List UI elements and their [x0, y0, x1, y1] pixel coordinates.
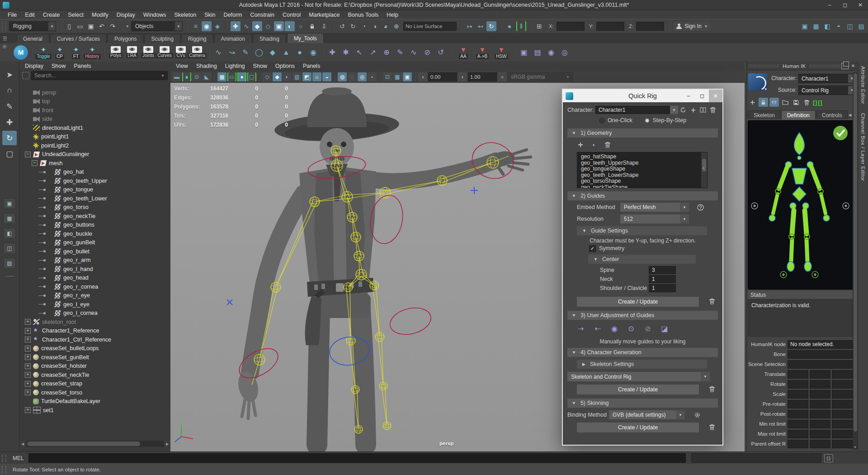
sidebar-vertical-tab[interactable]: Channel Box / Layer Editor [860, 109, 866, 185]
delete-guides-icon[interactable] [707, 296, 717, 306]
outliner-item[interactable]: persp [19, 88, 170, 97]
toolbar-grip[interactable] [2, 21, 6, 31]
checker-display-icon[interactable]: ◩ [302, 72, 311, 81]
layout-split-left-icon[interactable]: ◧ [822, 21, 832, 31]
viewport-menu-item[interactable]: Options [275, 63, 299, 69]
outliner-item[interactable]: geo_hat [19, 168, 170, 177]
viewport-menu-item[interactable]: Lighting [225, 63, 250, 69]
menu-item[interactable]: Select [64, 12, 88, 18]
maya-shelf-logo-icon[interactable]: M [14, 45, 28, 60]
select-rig-bracket-icon[interactable]: [ ] [818, 99, 821, 106]
menu-item[interactable]: Constrain [246, 12, 279, 18]
render-current-frame-icon[interactable]: ● [505, 21, 514, 31]
viewport-menu-item[interactable]: Shading [196, 63, 222, 69]
layout-hypershade-icon[interactable]: ▤ [3, 258, 16, 269]
outliner-item[interactable]: geo_tongue [19, 185, 170, 195]
film-gate-icon[interactable]: ▭ [227, 72, 236, 81]
save-definition-icon[interactable] [791, 98, 801, 107]
subsection-guide-settings[interactable]: ▼ Guide Settings [577, 226, 707, 235]
multisample-aa-icon[interactable]: ◎ [358, 72, 367, 81]
snap-center-icon[interactable]: ○ [296, 21, 306, 31]
scale-tool-icon[interactable]: ▢ [2, 147, 17, 161]
menu-item[interactable]: Modify [88, 12, 113, 18]
outliner-menu-item[interactable]: Display [25, 63, 48, 69]
wireframe-display-icon[interactable]: ◇ [263, 72, 272, 81]
viewport-menu-item[interactable]: View [176, 63, 193, 69]
shadows-toggle-icon[interactable]: ◒ [322, 72, 331, 81]
shelf-visibility-tool[interactable]: CVs [173, 46, 189, 58]
hide-guides-icon[interactable]: ⊘ [642, 323, 653, 334]
geometry-list-item[interactable]: geo_teeth_UpperShape [581, 160, 707, 166]
create-character-icon[interactable] [748, 98, 757, 107]
help-line-grip[interactable] [2, 466, 6, 473]
geometry-list-item[interactable]: geo_teeth_LowerShape [581, 172, 707, 179]
lasso-select-tool-icon[interactable]: ∩ [2, 83, 17, 98]
z-input[interactable] [636, 22, 664, 31]
expand-toggle[interactable] [25, 363, 31, 369]
highlight-selection-icon[interactable]: ⇩ [319, 21, 329, 31]
geometry-list-item[interactable]: geo_tongueShape [581, 166, 707, 172]
shelf-script-button[interactable]: ▼ A->B [473, 46, 492, 59]
outliner-item[interactable]: skeleton_root [19, 318, 170, 327]
shelf-labeled-tool[interactable]: ✦ FT [68, 46, 84, 59]
outliner-item[interactable]: creaseSet_neckTie [19, 370, 170, 380]
script-editor-icon[interactable]: {;} [824, 454, 833, 462]
geometry-list[interactable]: geo_hatShapegeo_teeth_UpperShapegeo_tong… [577, 152, 708, 188]
outliner-item[interactable]: top [19, 97, 170, 106]
resolution-gate-icon[interactable]: ● [237, 72, 246, 81]
layout-split-top-icon[interactable]: ◓ [834, 21, 844, 31]
outliner-item[interactable]: geo_l_hand [19, 265, 170, 274]
live-surface-field[interactable]: No Live Surface [403, 22, 457, 31]
shelf-menu-icon[interactable]: ☰ [3, 36, 7, 42]
outliner-item[interactable]: creaseSet_torso [19, 388, 170, 397]
add-geometry-icon[interactable] [576, 140, 585, 150]
select-component-icon[interactable]: ◈ [212, 21, 222, 31]
shelf-tab[interactable]: Animation [214, 34, 252, 43]
humanik-tab[interactable]: Definition [781, 110, 816, 119]
outliner-item[interactable]: geo_gunBelt [19, 238, 170, 247]
close-button[interactable]: ✕ [709, 90, 722, 102]
property-xyz-fields[interactable] [788, 380, 853, 389]
command-input[interactable] [28, 453, 686, 463]
select-tool-icon[interactable]: ➤ [2, 67, 17, 82]
character-field[interactable]: Character1 [595, 106, 670, 114]
outliner-item[interactable]: creaseSet_bulletLoops [19, 344, 170, 353]
lock-selection-icon[interactable] [307, 21, 317, 31]
outliner-item[interactable]: geo_head [19, 274, 170, 283]
subsection-center[interactable]: ▼ Center [588, 255, 696, 264]
outliner-menu-item[interactable]: Show [52, 63, 70, 69]
camera-select-icon[interactable]: ▬ [172, 72, 181, 81]
curve-points-icon[interactable]: ∿ [212, 47, 224, 58]
motion-blur-icon[interactable]: ◌ [348, 72, 357, 81]
history-clock-icon[interactable]: ↻ [486, 21, 496, 31]
sidebar-vertical-tab[interactable]: Attribute Editor [860, 62, 866, 109]
spline-tool-icon[interactable]: ∿ [408, 47, 420, 58]
scrollbar-thumb[interactable] [27, 442, 140, 446]
wireframe-on-shaded-icon[interactable]: ◐ [283, 72, 292, 81]
ipr-render-icon[interactable]: ‖ [516, 21, 526, 31]
minimize-button[interactable]: – [822, 0, 837, 10]
ambient-occlusion-icon[interactable]: ◍ [338, 72, 347, 81]
minimize-button[interactable]: – [682, 90, 695, 102]
outliner-item[interactable]: Character1_Ctrl_Reference [19, 335, 170, 344]
outliner-item[interactable]: geo_buckle [19, 229, 170, 238]
geometry-list-item[interactable]: geo_torsoShape [581, 178, 707, 185]
construction-history-1-icon[interactable]: ↺ [337, 21, 347, 31]
skinning-create-update-button[interactable]: Create / Update [577, 423, 699, 432]
bookmark-icon[interactable]: ◣ [202, 72, 211, 81]
shelf-visibility-tool[interactable]: LRA [124, 46, 140, 58]
float-panel-icon[interactable] [841, 63, 849, 69]
property-xyz-fields[interactable] [788, 430, 853, 438]
delete-skin-icon[interactable] [707, 422, 717, 432]
property-xyz-fields[interactable] [788, 390, 853, 399]
expand-toggle[interactable] [25, 337, 31, 342]
scroll-left-icon[interactable]: ◀ [19, 441, 26, 447]
outliner-item[interactable]: directionalLight1 [19, 124, 170, 133]
outliner-menu-item[interactable]: Panels [74, 63, 95, 69]
select-hierarchy-icon[interactable]: ≡ [191, 21, 201, 31]
outliner-item[interactable]: creaseSet_holster [19, 362, 170, 371]
load-definition-icon[interactable] [780, 98, 790, 107]
menu-item[interactable]: Windows [139, 12, 170, 18]
menu-item[interactable]: Marketplace [305, 12, 344, 18]
command-line-grip[interactable] [2, 455, 6, 462]
